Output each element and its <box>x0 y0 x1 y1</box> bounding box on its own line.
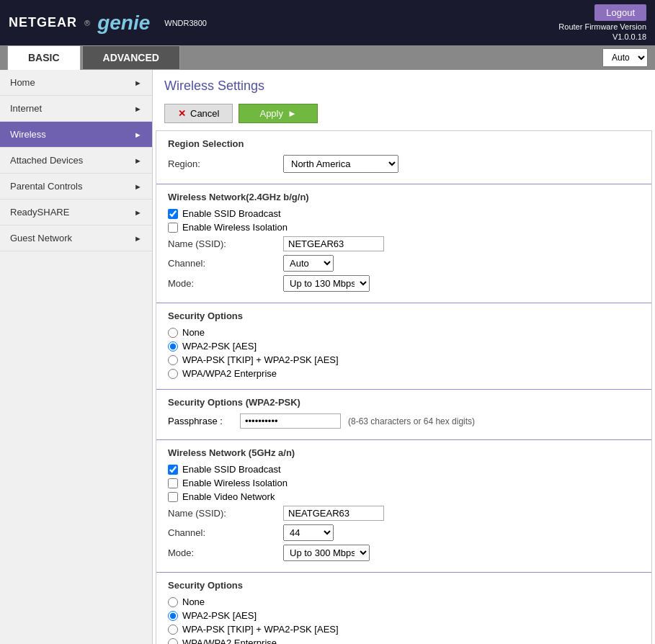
channel-5g-field-row: Channel: 36404448 149153157161 <box>168 524 640 541</box>
security-5g-none-radio[interactable] <box>168 597 178 607</box>
security-24-wpa-row: WPA-PSK [TKIP] + WPA2-PSK [AES] <box>168 354 640 365</box>
enable-ssid-5g-row: Enable SSID Broadcast <box>168 464 640 475</box>
sidebar-item-readyshare[interactable]: ReadySHARE ► <box>0 200 152 225</box>
security-5g-section: Security Options None WPA2-PSK [AES] WPA… <box>156 573 651 644</box>
arrow-icon: ► <box>134 130 142 139</box>
security-5g-wpa-label: WPA-PSK [TKIP] + WPA2-PSK [AES] <box>182 624 339 635</box>
security-5g-title: Security Options <box>168 580 640 591</box>
security-24-title: Security Options <box>168 310 640 321</box>
enable-video-5g-row: Enable Video Network <box>168 491 640 502</box>
channel-5g-label: Channel: <box>168 527 283 538</box>
arrow-icon: ► <box>134 79 142 87</box>
x-icon: ✕ <box>178 108 186 119</box>
sidebar-item-home[interactable]: Home ► <box>0 70 152 96</box>
security-wpa2-24-title: Security Options (WPA2-PSK) <box>168 397 640 408</box>
region-section-title: Region Selection <box>168 138 640 149</box>
region-field-row: Region: North America Europe Asia Austra… <box>168 155 640 173</box>
security-24-wpa2-radio[interactable] <box>168 341 178 352</box>
main-panel: Wireless Settings ✕ Cancel Apply ► Regio… <box>153 70 655 644</box>
sidebar-item-label: Parental Controls <box>10 181 82 192</box>
model-block: WNDR3800 <box>164 19 207 27</box>
sidebar-item-parental-controls[interactable]: Parental Controls ► <box>0 174 152 200</box>
apply-arrow-icon: ► <box>288 108 297 119</box>
arrow-icon: ► <box>134 208 142 217</box>
tab-advanced[interactable]: ADVANCED <box>82 45 180 70</box>
mode-24-select[interactable]: Up to 54 Mbps Up to 130 Mbps Up to 300 M… <box>283 275 370 292</box>
channel-24-select[interactable]: Auto 1234 5678 91011 <box>283 255 334 272</box>
scroll-area[interactable]: Region Selection Region: North America E… <box>156 130 652 644</box>
sidebar-item-attached-devices[interactable]: Attached Devices ► <box>0 148 152 174</box>
security-24-enterprise-radio[interactable] <box>168 369 178 379</box>
security-5g-wpa2-label: WPA2-PSK [AES] <box>182 610 257 621</box>
sidebar: Home ► Internet ► Wireless ► Attached De… <box>0 70 153 644</box>
channel-24-label: Channel: <box>168 258 283 269</box>
security-5g-enterprise-radio[interactable] <box>168 638 178 645</box>
passphrase-24-hint: (8-63 characters or 64 hex digits) <box>348 416 475 426</box>
sidebar-item-wireless[interactable]: Wireless ► <box>0 122 152 148</box>
security-24-section: Security Options None WPA2-PSK [AES] WPA… <box>156 303 651 390</box>
cancel-button[interactable]: ✕ Cancel <box>164 104 233 123</box>
passphrase-24-input[interactable] <box>240 413 341 429</box>
security-24-wpa2-row: WPA2-PSK [AES] <box>168 341 640 352</box>
mode-24-field-row: Mode: Up to 54 Mbps Up to 130 Mbps Up to… <box>168 275 640 292</box>
sidebar-item-guest-network[interactable]: Guest Network ► <box>0 225 152 251</box>
auto-select[interactable]: Auto <box>602 48 648 67</box>
security-5g-wpa2-radio[interactable] <box>168 611 178 621</box>
mode-5g-select[interactable]: Up to 54 Mbps Up to 130 Mbps Up to 300 M… <box>283 545 370 561</box>
enable-isolation-5g-row: Enable Wireless Isolation <box>168 478 640 488</box>
enable-ssid-24-row: Enable SSID Broadcast <box>168 208 640 219</box>
enable-isolation-24-label: Enable Wireless Isolation <box>182 222 288 233</box>
page-title: Wireless Settings <box>153 70 655 99</box>
enable-video-5g-label: Enable Video Network <box>182 491 275 502</box>
ssid-24-field-row: Name (SSID): <box>168 236 640 251</box>
ssid-5g-input[interactable] <box>283 506 384 521</box>
sidebar-item-label: Wireless <box>10 129 46 140</box>
logo-genie: genie <box>97 12 150 35</box>
enable-ssid-5g-label: Enable SSID Broadcast <box>182 464 281 475</box>
enable-ssid-24-checkbox[interactable] <box>168 209 178 219</box>
enable-video-5g-checkbox[interactable] <box>168 492 178 502</box>
firmware-version-label: Router Firmware Version <box>558 22 646 31</box>
region-label: Region: <box>168 158 283 169</box>
arrow-icon: ► <box>134 156 142 165</box>
trademark: ® <box>84 19 90 27</box>
security-5g-none-label: None <box>182 596 205 607</box>
toolbar: ✕ Cancel Apply ► <box>153 99 655 130</box>
mode-5g-label: Mode: <box>168 547 283 558</box>
channel-5g-select[interactable]: 36404448 149153157161 <box>283 524 334 541</box>
security-24-none-row: None <box>168 327 640 338</box>
enable-isolation-24-checkbox[interactable] <box>168 223 178 233</box>
header: NETGEAR ® genie WNDR3800 Logout Router F… <box>0 0 655 45</box>
wireless-24-title: Wireless Network(2.4GHz b/g/n) <box>168 192 640 202</box>
logo-netgear: NETGEAR <box>9 15 77 30</box>
ssid-24-input[interactable] <box>283 236 384 251</box>
ssid-5g-label: Name (SSID): <box>168 508 283 519</box>
arrow-icon: ► <box>134 234 142 243</box>
arrow-icon: ► <box>134 182 142 191</box>
model-text: WNDR3800 <box>164 19 207 27</box>
tab-basic[interactable]: BASIC <box>7 45 81 70</box>
region-select[interactable]: North America Europe Asia Australia <box>283 155 398 173</box>
security-24-none-radio[interactable] <box>168 328 178 338</box>
security-24-wpa-radio[interactable] <box>168 355 178 365</box>
apply-button[interactable]: Apply ► <box>239 104 317 123</box>
nav-tabs: BASIC ADVANCED Auto <box>0 45 655 70</box>
security-24-none-label: None <box>182 327 205 338</box>
security-5g-enterprise-label: WPA/WPA2 Enterprise <box>182 638 277 644</box>
security-24-wpa-label: WPA-PSK [TKIP] + WPA2-PSK [AES] <box>182 354 339 365</box>
enable-ssid-5g-checkbox[interactable] <box>168 465 178 475</box>
security-5g-wpa-row: WPA-PSK [TKIP] + WPA2-PSK [AES] <box>168 624 640 635</box>
header-right: Logout Router Firmware Version V1.0.0.18 <box>558 4 646 41</box>
sidebar-item-label: Home <box>10 77 35 88</box>
ssid-5g-field-row: Name (SSID): <box>168 506 640 521</box>
sidebar-item-internet[interactable]: Internet ► <box>0 96 152 122</box>
enable-isolation-5g-checkbox[interactable] <box>168 478 178 488</box>
cancel-label: Cancel <box>190 108 219 119</box>
sidebar-item-label: Attached Devices <box>10 155 83 166</box>
security-5g-wpa-radio[interactable] <box>168 625 178 635</box>
security-24-wpa2-label: WPA2-PSK [AES] <box>182 341 257 352</box>
firmware-version-value: V1.0.0.18 <box>558 32 646 41</box>
content-area: Home ► Internet ► Wireless ► Attached De… <box>0 70 655 644</box>
sidebar-item-label: Internet <box>10 103 42 114</box>
logout-button[interactable]: Logout <box>594 4 646 21</box>
